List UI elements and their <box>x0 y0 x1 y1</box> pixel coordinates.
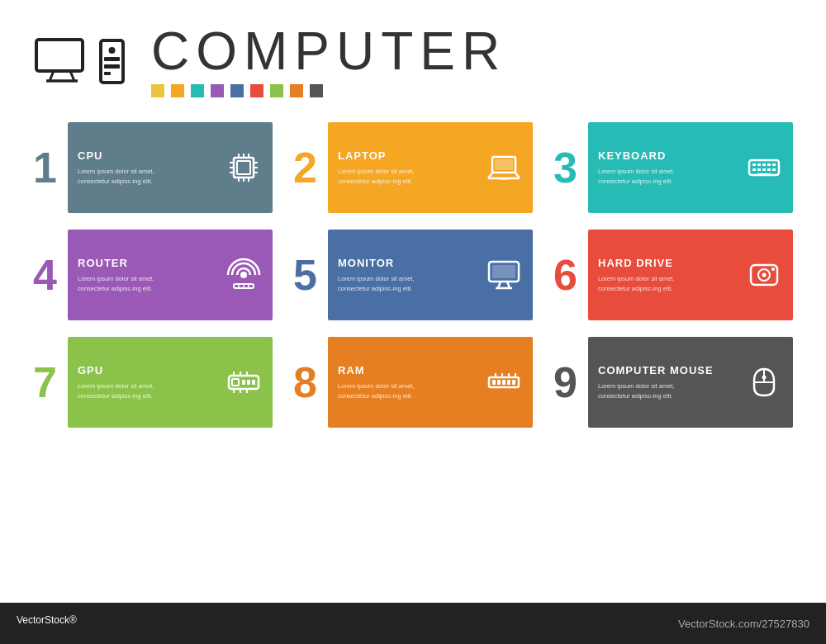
card-monitor: 5 MONITOR Lorem ipsum dolor sit amet, co… <box>293 230 533 320</box>
footer-url: VectorStock.com/27527830 <box>678 618 809 630</box>
svg-rect-66 <box>497 380 501 385</box>
card-laptop: 2 LAPTOP Lorem ipsum dolor sit amet, con… <box>293 122 533 213</box>
card-desc-4: Lorem ipsum dolor sit amet, consectetur … <box>78 274 169 293</box>
card-title-1: CPU <box>78 149 169 162</box>
card-text-4: ROUTER Lorem ipsum dolor sit amet, conse… <box>78 257 169 293</box>
card-gpu: 7 GPU Lorem ipsum dolor sit amet, consec… <box>33 337 273 428</box>
mouse-icon <box>743 364 785 400</box>
keyboard-icon <box>743 149 785 186</box>
harddrive-icon <box>743 257 785 293</box>
card-text-1: CPU Lorem ipsum dolor sit amet, consecte… <box>78 149 169 186</box>
svg-point-42 <box>243 285 244 286</box>
svg-rect-29 <box>757 163 761 166</box>
svg-rect-69 <box>512 380 515 385</box>
svg-point-5 <box>109 47 116 54</box>
dot-9 <box>310 84 323 97</box>
card-title-7: GPU <box>78 364 169 376</box>
card-body-7: GPU Lorem ipsum dolor sit amet, consecte… <box>68 337 273 428</box>
card-body-4: ROUTER Lorem ipsum dolor sit amet, conse… <box>68 230 273 320</box>
svg-point-43 <box>248 285 249 286</box>
card-text-8: RAM Lorem ipsum dolor sit amet, consecte… <box>338 364 429 400</box>
footer: VectorStock® VectorStock.com/27527830 <box>0 603 826 644</box>
card-title-5: MONITOR <box>338 257 429 269</box>
svg-rect-28 <box>752 163 756 166</box>
card-keyboard: 3 KEYBOARD Lorem ipsum dolor sit amet, c… <box>553 122 793 213</box>
gpu-icon <box>223 364 264 400</box>
card-number-4: 4 <box>33 253 64 296</box>
svg-rect-7 <box>104 64 120 69</box>
svg-rect-0 <box>36 40 83 71</box>
card-desc-6: Lorem ipsum dolor sit amet, consectetur … <box>598 274 689 293</box>
card-number-5: 5 <box>293 253 325 296</box>
svg-point-41 <box>238 285 240 286</box>
card-number-8: 8 <box>293 361 325 404</box>
svg-rect-10 <box>237 161 250 174</box>
card-text-2: LAPTOP Lorem ipsum dolor sit amet, conse… <box>338 149 429 186</box>
tower-header-icon <box>97 39 126 84</box>
svg-point-76 <box>762 376 767 380</box>
svg-rect-31 <box>767 163 771 166</box>
card-harddrive: 6 HARD DRIVE Lorem ipsum dolor sit amet,… <box>553 230 793 320</box>
svg-rect-56 <box>247 380 250 385</box>
card-desc-8: Lorem ipsum dolor sit amet, consectetur … <box>338 381 429 400</box>
svg-rect-68 <box>507 380 510 385</box>
router-icon <box>223 257 264 293</box>
card-text-7: GPU Lorem ipsum dolor sit amet, consecte… <box>78 364 169 400</box>
svg-rect-6 <box>104 57 120 61</box>
card-title-9: COMPUTER MOUSE <box>598 364 714 376</box>
card-number-3: 3 <box>553 146 585 189</box>
card-title-4: ROUTER <box>78 257 169 269</box>
card-desc-2: Lorem ipsum dolor sit amet, consectetur … <box>338 167 429 186</box>
svg-rect-27 <box>749 160 779 175</box>
card-body-1: CPU Lorem ipsum dolor sit amet, consecte… <box>68 122 273 213</box>
card-number-6: 6 <box>553 253 585 296</box>
main-content: COMPUTER 1 CPU Lorem ipsum dolor sit <box>0 0 826 603</box>
svg-rect-35 <box>762 168 766 171</box>
svg-point-52 <box>771 268 775 271</box>
laptop-icon <box>483 149 525 186</box>
svg-rect-32 <box>772 163 776 166</box>
card-desc-9: Lorem ipsum dolor sit amet, consectetur … <box>598 381 689 400</box>
svg-rect-67 <box>502 380 506 385</box>
card-text-5: MONITOR Lorem ipsum dolor sit amet, cons… <box>338 257 429 293</box>
card-mouse: 9 COMPUTER MOUSE Lorem ipsum dolor sit a… <box>553 337 793 428</box>
header-right: COMPUTER <box>151 25 506 97</box>
card-text-9: COMPUTER MOUSE Lorem ipsum dolor sit ame… <box>598 364 714 400</box>
card-title-8: RAM <box>338 364 429 376</box>
card-number-2: 2 <box>293 146 325 189</box>
dot-8 <box>290 84 303 97</box>
card-number-9: 9 <box>553 361 585 404</box>
svg-rect-65 <box>492 380 496 385</box>
card-number-7: 7 <box>33 361 64 404</box>
svg-rect-55 <box>242 380 245 385</box>
svg-rect-33 <box>752 168 756 171</box>
dot-4 <box>211 84 224 97</box>
card-body-2: LAPTOP Lorem ipsum dolor sit amet, conse… <box>328 122 533 213</box>
svg-rect-26 <box>500 178 508 180</box>
svg-rect-4 <box>101 40 123 83</box>
dot-2 <box>171 84 184 97</box>
card-text-3: KEYBOARD Lorem ipsum dolor sit amet, con… <box>598 149 689 186</box>
card-title-3: KEYBOARD <box>598 149 689 162</box>
monitor-header-icon <box>33 36 91 86</box>
color-dots <box>151 84 506 97</box>
card-desc-3: Lorem ipsum dolor sit amet, consectetur … <box>598 167 689 186</box>
svg-rect-54 <box>232 379 239 386</box>
card-body-9: COMPUTER MOUSE Lorem ipsum dolor sit ame… <box>588 337 793 428</box>
svg-rect-48 <box>492 265 515 278</box>
footer-brand: VectorStock® <box>17 614 77 633</box>
card-body-5: MONITOR Lorem ipsum dolor sit amet, cons… <box>328 230 533 320</box>
svg-rect-34 <box>757 168 761 171</box>
cpu-icon <box>223 149 264 186</box>
card-body-8: RAM Lorem ipsum dolor sit amet, consecte… <box>328 337 533 428</box>
card-cpu: 1 CPU Lorem ipsum dolor sit amet, consec… <box>33 122 273 213</box>
header: COMPUTER <box>33 25 793 97</box>
card-router: 4 ROUTER Lorem ipsum dolor sit amet, con… <box>33 230 273 320</box>
dot-6 <box>250 84 263 97</box>
svg-point-51 <box>762 273 767 277</box>
trademark: ® <box>69 614 77 626</box>
svg-rect-30 <box>762 163 766 166</box>
svg-point-39 <box>240 272 247 278</box>
card-text-6: HARD DRIVE Lorem ipsum dolor sit amet, c… <box>598 257 689 293</box>
svg-rect-36 <box>767 168 771 171</box>
